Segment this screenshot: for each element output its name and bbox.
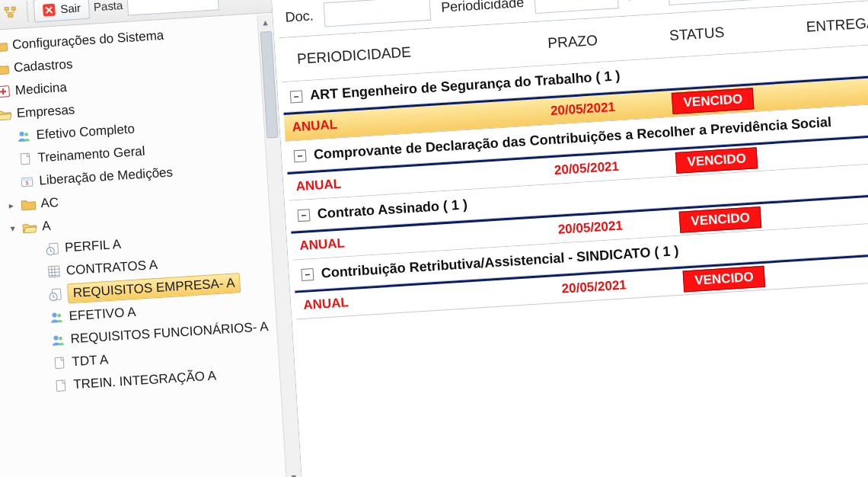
tree-twisty[interactable] [5, 182, 15, 183]
cell-status: VENCIDO [675, 263, 813, 293]
tree-twisty[interactable] [38, 386, 49, 387]
col-prazo[interactable]: PRAZO [540, 27, 662, 52]
tree-twisty[interactable] [3, 159, 14, 160]
wallet-icon: $ [19, 174, 35, 189]
filter-period-input[interactable] [534, 0, 619, 14]
filter-doc-label: Doc. [285, 8, 314, 25]
svg-rect-22 [56, 380, 65, 392]
svg-point-18 [57, 314, 61, 318]
clock-doc-icon [47, 287, 63, 302]
medical-icon [0, 85, 11, 99]
svg-point-20 [59, 337, 62, 341]
col-status[interactable]: STATUS [661, 19, 799, 44]
tree-twisty[interactable] [33, 295, 43, 296]
cell-prazo: 20/05/2021 [550, 215, 672, 238]
group-collapse-toggle[interactable]: − [294, 149, 307, 162]
svg-rect-8 [21, 153, 30, 165]
tree-item-label: Medicina [14, 80, 67, 98]
tree-item-label: EFETIVO A [69, 305, 136, 324]
people-icon [16, 129, 32, 143]
toolbar-separator [27, 0, 29, 21]
cell-prazo: 20/05/2021 [554, 274, 676, 297]
tree-item-label: A [42, 219, 52, 235]
tree-twisty[interactable] [34, 318, 45, 319]
tree-twisty[interactable] [2, 137, 12, 138]
cell-entrega [812, 265, 868, 274]
filter-doc-input[interactable] [324, 0, 432, 27]
tree-item-label: Empresas [16, 102, 75, 121]
tree-twisty[interactable] [31, 272, 42, 273]
status-badge: VENCIDO [683, 266, 766, 293]
scroll-down-arrow[interactable]: ▼ [286, 469, 302, 477]
tree-twisty[interactable] [36, 341, 46, 341]
tree-twisty[interactable]: ▸ [5, 200, 17, 211]
tree-item-label: Efetivo Completo [36, 121, 135, 142]
clock-doc-icon [45, 242, 61, 256]
status-badge: VENCIDO [672, 88, 755, 114]
col-entrega[interactable]: ENTREGA [798, 11, 868, 36]
group-collapse-toggle[interactable]: − [301, 268, 314, 281]
col-periodicidade[interactable]: PERIODICIDADE [289, 35, 541, 68]
svg-rect-3 [8, 14, 13, 17]
svg-point-17 [52, 312, 56, 317]
document-icon [52, 356, 68, 370]
cell-entrega [809, 206, 868, 214]
tree-item-label: Cadastros [13, 56, 73, 75]
svg-text:$: $ [25, 180, 28, 185]
status-badge: VENCIDO [675, 147, 758, 174]
cell-prazo: 20/05/2021 [546, 156, 669, 179]
svg-point-6 [19, 132, 24, 136]
group-collapse-toggle[interactable]: − [297, 209, 310, 222]
folder-open-icon [0, 107, 12, 122]
close-x-icon [42, 2, 56, 17]
document-icon [53, 379, 69, 393]
nav-tree[interactable]: ▸Configurações do Sistema▸Cadastros▸Medi… [0, 14, 302, 477]
people-icon [50, 333, 66, 347]
group-title: Contrato Assinado ( 1 ) [317, 197, 468, 222]
scroll-up-arrow[interactable]: ▲ [257, 14, 273, 30]
cell-entrega [805, 146, 868, 155]
filter-area-input[interactable] [668, 0, 768, 5]
tree-item-label: CONTRATOS A [65, 258, 158, 279]
cell-prazo: 20/05/2021 [542, 97, 665, 120]
folder-field-label: Pasta [93, 0, 123, 13]
svg-rect-2 [11, 6, 15, 9]
grid-doc-icon [46, 264, 62, 279]
exit-button[interactable]: Sair [33, 0, 89, 22]
filter-area-label: Área [628, 0, 658, 4]
tree-item-label: TDT A [72, 352, 109, 370]
folder-field-input[interactable] [126, 0, 219, 15]
filter-period-label: Periodicidade [441, 0, 525, 15]
main-area: iDashboard×REQUISITOS EMPRESA- A× Doc. P… [269, 0, 868, 477]
svg-point-7 [24, 133, 28, 136]
requirements-grid: PERIODICIDADE PRAZO STATUS ENTREGA VALI … [279, 0, 868, 320]
tree-item-label: Treinamento Geral [37, 144, 145, 166]
folder-icon [21, 197, 37, 212]
tab-content: Doc. Periodicidade Área PERIODICIDAD [276, 0, 868, 320]
group-collapse-toggle[interactable]: − [290, 90, 303, 103]
svg-point-19 [53, 335, 58, 340]
tree-twisty[interactable] [30, 249, 40, 250]
svg-rect-21 [55, 357, 64, 369]
tree-twisty[interactable] [37, 363, 48, 364]
tree-item-label: AC [40, 195, 59, 211]
exit-button-label: Sair [60, 2, 81, 16]
tree-structure-button[interactable] [0, 1, 21, 24]
folder-icon [0, 39, 8, 53]
tree-twisty[interactable]: ▾ [7, 222, 18, 234]
document-icon [18, 152, 34, 166]
navigation-panel: vegação « Sair Pasta ▸Configurações do S… [0, 0, 302, 477]
status-badge: VENCIDO [679, 206, 762, 233]
tree-item-label: TREIN. INTEGRAÇÃO A [73, 368, 217, 392]
cell-entrega [801, 87, 868, 95]
folder-icon [0, 62, 10, 76]
tree-item-label: PERFIL A [64, 237, 121, 256]
people-icon [49, 310, 65, 325]
svg-rect-1 [5, 7, 8, 10]
folder-open-icon [22, 220, 38, 235]
